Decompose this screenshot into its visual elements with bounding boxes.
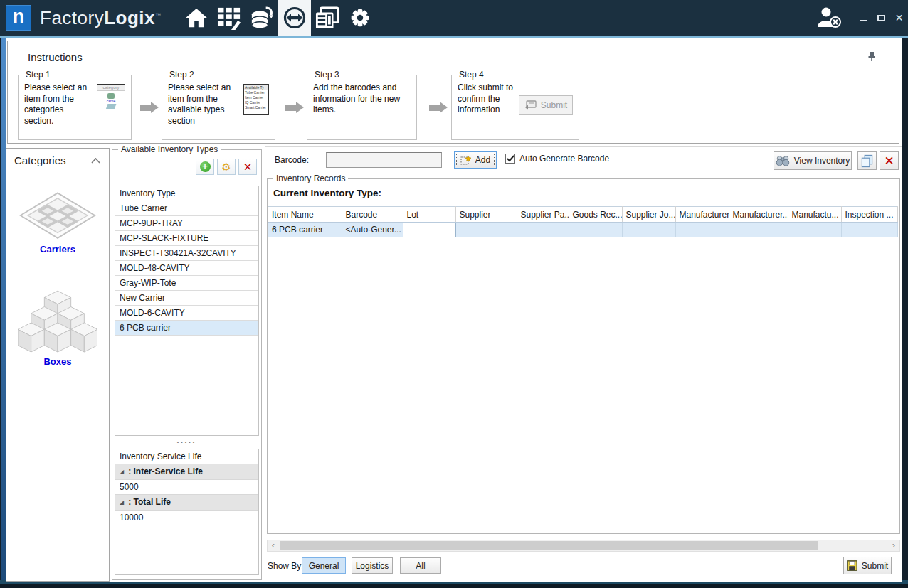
- nav-settings[interactable]: [344, 0, 376, 36]
- step-1-box: Step 1 Please select an item from the ca…: [18, 75, 132, 140]
- inventory-type-column-header[interactable]: Inventory Type: [115, 186, 258, 201]
- cell-goods-received[interactable]: [569, 223, 622, 237]
- inventory-type-row[interactable]: MOLD-48-CAVITY: [115, 261, 258, 276]
- col-lot[interactable]: Lot: [403, 207, 455, 223]
- step-3-box: Step 3 Add the barcodes and information …: [307, 75, 417, 140]
- pin-icon[interactable]: [867, 51, 876, 62]
- barcode-toolbar: Barcode: Add Auto Generate Barcode: [265, 147, 902, 176]
- collapse-chevron-icon[interactable]: [91, 158, 100, 164]
- category-item-carriers[interactable]: Carriers: [6, 190, 109, 255]
- stock-cylinder-icon: [250, 6, 274, 30]
- barcode-label: Barcode:: [275, 155, 309, 165]
- current-inventory-type-heading: Current Inventory Type:: [273, 188, 381, 198]
- collapse-triangle-icon: ◢: [120, 499, 124, 506]
- scroll-right-icon[interactable]: ›: [888, 540, 899, 551]
- cell-supplier-part[interactable]: [517, 223, 569, 237]
- inventory-type-row[interactable]: New Carrier: [115, 291, 258, 306]
- cell-manufacturer[interactable]: [675, 223, 729, 237]
- auto-generate-checkbox[interactable]: Auto Generate Barcode: [505, 154, 609, 164]
- col-supplier-part[interactable]: Supplier Pa...: [517, 207, 569, 223]
- step-submit-label: Submit: [541, 100, 567, 110]
- nav-home[interactable]: [180, 0, 213, 36]
- service-life-group-inter[interactable]: ◢: Inter-Service Life: [115, 464, 258, 480]
- step-4-text: Click submit to confirm the information: [458, 82, 520, 116]
- inventory-type-row[interactable]: Tube Carrier: [115, 201, 258, 216]
- nav-documents[interactable]: [311, 0, 344, 36]
- cell-inspection[interactable]: [841, 223, 897, 237]
- filter-all-button[interactable]: All: [400, 557, 441, 574]
- submit-button[interactable]: Submit: [843, 557, 892, 574]
- clear-x-icon: ✕: [884, 155, 894, 167]
- col-goods-received[interactable]: Goods Rec...: [569, 207, 622, 223]
- add-record-button[interactable]: Add: [454, 151, 497, 169]
- cell-barcode[interactable]: <Auto-Gener...: [342, 223, 403, 237]
- inventory-type-row[interactable]: INSPECT-T30421A-32CAVITY: [115, 246, 258, 261]
- cell-item-name[interactable]: 6 PCB carrier: [268, 223, 342, 237]
- cell-manufactu[interactable]: [788, 223, 841, 237]
- transfer-arrows-icon: [282, 5, 307, 31]
- delete-type-button[interactable]: ✕: [238, 159, 257, 175]
- titlebar-right: ✕: [816, 0, 908, 36]
- nav-production[interactable]: [213, 0, 246, 36]
- cell-supplier-job[interactable]: [622, 223, 675, 237]
- step-3-text: Add the barcodes and information for the…: [313, 82, 409, 116]
- col-inspection[interactable]: Inspection ...: [841, 207, 897, 223]
- nav-materials[interactable]: [246, 0, 278, 36]
- available-types-panel: Available Inventory Types + ⚙ ✕ Inventor…: [112, 149, 262, 580]
- close-button[interactable]: ✕: [890, 7, 908, 28]
- panel-splitter[interactable]: •••••: [115, 437, 259, 447]
- view-inventory-label: View Inventory: [794, 156, 850, 166]
- step-submit-button[interactable]: Submit: [519, 95, 573, 115]
- add-type-button[interactable]: +: [196, 159, 214, 175]
- add-record-label: Add: [475, 155, 490, 165]
- scrollbar-thumb[interactable]: [280, 541, 818, 550]
- category-label-carriers: Carriers: [6, 244, 109, 255]
- service-life-group-total[interactable]: ◢: Total Life: [115, 495, 258, 511]
- plus-icon: +: [200, 161, 211, 172]
- category-item-boxes[interactable]: Boxes: [6, 289, 109, 367]
- minimize-button[interactable]: [855, 7, 872, 28]
- cell-manufacturer-2[interactable]: [729, 223, 788, 237]
- col-item-name[interactable]: Item Name: [268, 207, 342, 223]
- col-supplier[interactable]: Supplier: [455, 207, 517, 223]
- records-table: Item Name Barcode Lot Supplier Supplier …: [268, 206, 898, 237]
- add-new-icon: [460, 156, 471, 165]
- cell-supplier[interactable]: [455, 223, 517, 237]
- service-life-column-header[interactable]: Inventory Service Life: [115, 449, 258, 464]
- service-life-value-total[interactable]: 10000: [115, 511, 258, 525]
- col-supplier-job[interactable]: Supplier Jo...: [622, 207, 675, 223]
- step-1-thumbnail: category carrie: [97, 84, 125, 114]
- duplicate-button[interactable]: [857, 151, 877, 170]
- main-nav: [180, 0, 376, 36]
- col-barcode[interactable]: Barcode: [342, 207, 403, 223]
- step-4-box: Step 4 Click submit to confirm the infor…: [451, 75, 579, 140]
- col-manufacturer-2[interactable]: Manufacturer...: [729, 207, 788, 223]
- inventory-type-row[interactable]: Gray-WIP-Tote: [115, 276, 258, 291]
- filter-general-button[interactable]: General: [302, 557, 346, 574]
- configure-type-button[interactable]: ⚙: [217, 159, 236, 175]
- clear-button[interactable]: ✕: [880, 151, 899, 170]
- inventory-type-row[interactable]: MCP-9UP-TRAY: [115, 216, 258, 231]
- step-3-label: Step 3: [312, 70, 342, 80]
- nav-transfers[interactable]: [278, 0, 311, 36]
- barcode-input[interactable]: [326, 152, 442, 168]
- record-row[interactable]: 6 PCB carrier <Auto-Gener...: [268, 223, 897, 237]
- col-manufactu[interactable]: Manufactu...: [788, 207, 841, 223]
- service-life-value-inter[interactable]: 5000: [115, 480, 258, 495]
- inventory-type-row[interactable]: MOLD-6-CAVITY: [115, 306, 258, 321]
- scroll-left-icon[interactable]: ‹: [268, 540, 279, 551]
- filter-logistics-button[interactable]: Logistics: [352, 557, 393, 574]
- view-inventory-button[interactable]: View Inventory: [774, 151, 852, 170]
- logo-letter: n: [13, 7, 25, 26]
- save-floppy-icon: [847, 560, 857, 571]
- step-2-label: Step 2: [167, 70, 196, 80]
- horizontal-scrollbar[interactable]: ‹ ›: [267, 540, 900, 552]
- col-manufacturer[interactable]: Manufacturer: [675, 207, 729, 223]
- inventory-type-row[interactable]: MCP-SLACK-FIXTURE: [115, 231, 258, 246]
- inventory-type-row-selected[interactable]: 6 PCB carrier: [115, 321, 258, 336]
- gear-gold-icon: ⚙: [221, 161, 231, 172]
- maximize-button[interactable]: [872, 7, 890, 28]
- user-logout-button[interactable]: [816, 6, 842, 29]
- category-label-boxes: Boxes: [6, 356, 109, 367]
- cell-lot-editor[interactable]: [403, 223, 455, 237]
